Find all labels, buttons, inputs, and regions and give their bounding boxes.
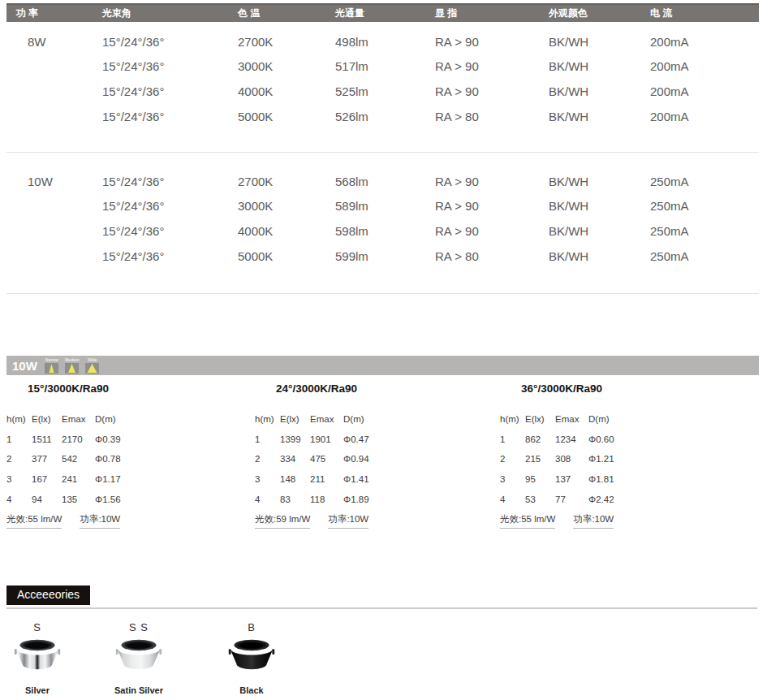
cell-e: 377 — [32, 454, 62, 464]
cell-finish: BK/WH — [549, 175, 650, 188]
cell-d: Φ0.47 — [343, 434, 378, 444]
satin-silver-ring-image — [115, 637, 162, 676]
cell-h: 1 — [500, 434, 525, 444]
cell-cct: 3000K — [238, 199, 335, 213]
cell-finish: BK/WH — [549, 35, 650, 49]
cell-cri: RA > 90 — [435, 35, 549, 49]
spec-group-8w: 8W 15°/24°/36° 2700K 498lm RA > 90 BK/WH… — [6, 29, 759, 128]
cell-h: 4 — [255, 495, 280, 504]
cell-d: Φ1.89 — [343, 495, 378, 504]
cell-beam: 15°/24°/36° — [102, 35, 238, 49]
cell-d: Φ0.39 — [95, 434, 130, 444]
accessories-divider — [6, 607, 757, 609]
cell-flux: 525lm — [335, 84, 435, 98]
col-header-h: h(m) — [255, 414, 280, 424]
accessory-item-silver: S — [11, 622, 63, 695]
header-current: 电 流 — [650, 6, 759, 20]
cell-flux: 526lm — [335, 110, 435, 123]
accessory-code: S — [33, 622, 41, 633]
cell-finish: BK/WH — [549, 59, 650, 73]
photometric-grid: h(m) E(lx) Emax D(m) 1 1399 1901 Φ0.47 2… — [255, 409, 378, 509]
cell-h: 3 — [500, 474, 525, 484]
efficacy-value: 光效:59 lm/W — [255, 513, 310, 529]
accessory-code: S S — [129, 622, 149, 633]
power-value: 功率:10W — [328, 513, 368, 529]
cell-cct: 2700K — [238, 175, 335, 188]
cell-current: 200mA — [650, 35, 759, 49]
cell-emax: 241 — [62, 474, 95, 484]
col-header-d: D(m) — [588, 414, 623, 424]
header-power: 功 率 — [16, 6, 102, 20]
cell-cct: 5000K — [238, 249, 335, 263]
cell-h: 2 — [500, 454, 525, 464]
cell-d: Φ1.81 — [588, 474, 623, 484]
cell-d: Φ0.60 — [588, 434, 623, 444]
power-label: 10W — [16, 175, 102, 188]
cell-cct: 4000K — [238, 84, 335, 98]
photometric-grid: h(m) E(lx) Emax D(m) 1 862 1234 Φ0.60 2 … — [500, 409, 623, 509]
cell-emax: 308 — [555, 454, 588, 464]
col-header-e: E(lx) — [32, 414, 62, 424]
photometric-footer: 光效:55 lm/W 功率:10W — [500, 513, 623, 529]
beam-narrow-label: Narrow — [45, 357, 58, 362]
cell-e: 94 — [32, 495, 62, 504]
photometric-footer: 光效:55 lm/W 功率:10W — [6, 513, 130, 529]
photometric-title: 24°/3000K/Ra90 — [255, 382, 378, 396]
photometric-title: 15°/3000K/Ra90 — [6, 382, 130, 396]
cell-e: 862 — [525, 434, 555, 444]
efficacy-value: 光效:55 lm/W — [500, 513, 555, 529]
section-divider — [6, 152, 759, 153]
spec-table-header: 功 率 光束角 色 温 光通量 显 指 外观颜色 电 流 — [6, 3, 759, 22]
section-divider — [6, 293, 759, 294]
cell-emax: 211 — [310, 474, 343, 484]
cell-cct: 2700K — [238, 35, 335, 49]
silver-ring-image — [14, 637, 61, 676]
cell-d: Φ1.21 — [588, 454, 623, 464]
efficacy-value: 光效:55 lm/W — [6, 513, 62, 529]
cell-cri: RA > 80 — [435, 249, 549, 263]
photometric-table-24: 24°/3000K/Ra90 h(m) E(lx) Emax D(m) 1 13… — [255, 382, 378, 529]
cell-h: 2 — [6, 454, 32, 464]
cell-d: Φ0.78 — [95, 454, 130, 464]
cell-beam: 15°/24°/36° — [102, 110, 238, 123]
cell-cri: RA > 90 — [435, 224, 549, 238]
cell-h: 3 — [6, 474, 32, 484]
beam-item-narrow: Narrow — [45, 357, 59, 374]
cell-current: 250mA — [650, 199, 759, 213]
cell-cri: RA > 90 — [435, 175, 549, 188]
cell-e: 167 — [32, 474, 62, 484]
beam-wide-label: Wide — [88, 357, 97, 362]
photometric-table-36: 36°/3000K/Ra90 h(m) E(lx) Emax D(m) 1 86… — [500, 382, 623, 529]
cell-current: 250mA — [650, 224, 759, 238]
cell-flux: 517lm — [335, 59, 435, 73]
header-finish: 外观颜色 — [549, 6, 650, 20]
power-value: 功率:10W — [80, 513, 120, 529]
accessory-name: Silver — [25, 685, 50, 695]
cell-e: 215 — [525, 454, 555, 464]
cell-current: 250mA — [650, 175, 759, 188]
photometric-title: 36°/3000K/Ra90 — [500, 382, 623, 396]
cell-emax: 1901 — [310, 434, 343, 444]
col-header-h: h(m) — [6, 414, 32, 424]
medium-beam-icon — [65, 363, 79, 374]
col-header-e: E(lx) — [280, 414, 310, 424]
cell-h: 2 — [255, 454, 280, 464]
black-ring-image — [228, 637, 275, 676]
cell-cri: RA > 90 — [435, 59, 549, 73]
photometric-grid: h(m) E(lx) Emax D(m) 1 1511 2170 Φ0.39 2… — [6, 409, 130, 509]
cell-beam: 15°/24°/36° — [102, 249, 238, 263]
header-cct: 色 温 — [238, 6, 335, 20]
cell-emax: 1234 — [555, 434, 588, 444]
cell-emax: 2170 — [62, 434, 95, 444]
cell-emax: 118 — [310, 495, 343, 504]
datasheet-page: 功 率 光束角 色 温 光通量 显 指 外观颜色 电 流 8W 15°/24°/… — [0, 0, 767, 700]
header-flux: 光通量 — [335, 6, 435, 20]
cell-current: 200mA — [650, 59, 759, 73]
photometry-banner: 10W Narrow Medium Wide — [6, 356, 759, 375]
cell-finish: BK/WH — [549, 224, 650, 238]
cell-h: 3 — [255, 474, 280, 484]
photometric-table-15: 15°/3000K/Ra90 h(m) E(lx) Emax D(m) 1 15… — [6, 382, 130, 529]
cell-h: 4 — [500, 495, 525, 504]
header-cri: 显 指 — [435, 6, 549, 20]
cell-flux: 498lm — [335, 35, 435, 49]
